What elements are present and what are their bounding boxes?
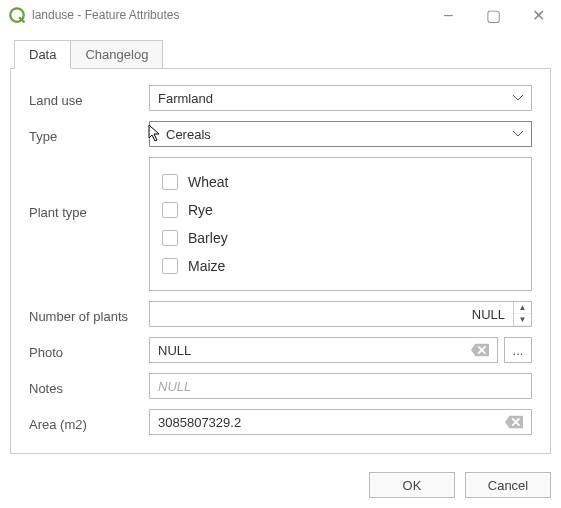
plant-option-maize[interactable]: Maize: [162, 252, 519, 280]
app-logo-icon: [8, 6, 26, 24]
spin-arrows: ▲ ▼: [513, 302, 531, 326]
minimize-icon: –: [444, 6, 453, 24]
photo-label: Photo: [29, 341, 149, 360]
numplants-label: Number of plants: [29, 305, 149, 324]
ok-label: OK: [403, 478, 422, 493]
numplants-value: NULL: [150, 307, 513, 322]
ok-button[interactable]: OK: [369, 472, 455, 498]
tab-changelog[interactable]: Changelog: [70, 40, 163, 69]
plant-option-label: Barley: [188, 230, 228, 246]
landuse-combo[interactable]: Farmland: [149, 85, 532, 111]
tab-data-label: Data: [29, 47, 56, 62]
dialog-footer: OK Cancel: [0, 464, 561, 506]
checkbox-icon: [162, 258, 178, 274]
spin-down-icon[interactable]: ▼: [514, 314, 531, 326]
planttype-list: Wheat Rye Barley Maize: [149, 157, 532, 291]
data-panel: Land use Farmland Type Cereals Plant typ…: [10, 68, 551, 454]
chevron-down-icon: [513, 95, 523, 101]
tab-changelog-label: Changelog: [85, 47, 148, 62]
photo-browse-button[interactable]: ...: [504, 337, 532, 363]
landuse-label: Land use: [29, 89, 149, 108]
cancel-label: Cancel: [488, 478, 528, 493]
window-buttons: – ▢ ✕: [426, 1, 561, 29]
planttype-label: Plant type: [29, 157, 149, 220]
checkbox-icon: [162, 174, 178, 190]
photo-value: NULL: [158, 343, 191, 358]
type-label: Type: [29, 125, 149, 144]
type-value: Cereals: [166, 127, 211, 142]
plant-option-label: Rye: [188, 202, 213, 218]
checkbox-icon: [162, 202, 178, 218]
landuse-value: Farmland: [158, 91, 213, 106]
window-title: landuse - Feature Attributes: [32, 8, 426, 22]
notes-label: Notes: [29, 377, 149, 396]
maximize-button[interactable]: ▢: [471, 1, 516, 29]
area-label: Area (m2): [29, 413, 149, 432]
area-value: 3085807329.2: [158, 415, 241, 430]
tab-data[interactable]: Data: [14, 40, 71, 69]
close-icon: ✕: [532, 6, 545, 25]
maximize-icon: ▢: [486, 6, 501, 25]
cancel-button[interactable]: Cancel: [465, 472, 551, 498]
chevron-down-icon: [513, 131, 523, 137]
photo-input[interactable]: NULL: [149, 337, 498, 363]
spin-up-icon[interactable]: ▲: [514, 302, 531, 314]
cursor-icon: [148, 124, 162, 144]
clear-icon[interactable]: [505, 415, 523, 429]
plant-option-barley[interactable]: Barley: [162, 224, 519, 252]
minimize-button[interactable]: –: [426, 1, 471, 29]
notes-input[interactable]: NULL: [149, 373, 532, 399]
checkbox-icon: [162, 230, 178, 246]
plant-option-label: Wheat: [188, 174, 228, 190]
browse-label: ...: [513, 343, 524, 358]
plant-option-label: Maize: [188, 258, 225, 274]
titlebar: landuse - Feature Attributes – ▢ ✕: [0, 0, 561, 30]
close-button[interactable]: ✕: [516, 1, 561, 29]
type-combo[interactable]: Cereals: [149, 121, 532, 147]
plant-option-wheat[interactable]: Wheat: [162, 168, 519, 196]
clear-icon[interactable]: [471, 343, 489, 357]
numplants-spinbox[interactable]: NULL ▲ ▼: [149, 301, 532, 327]
plant-option-rye[interactable]: Rye: [162, 196, 519, 224]
notes-placeholder: NULL: [158, 379, 191, 394]
area-input[interactable]: 3085807329.2: [149, 409, 532, 435]
tabs: Data Changelog: [0, 30, 561, 69]
